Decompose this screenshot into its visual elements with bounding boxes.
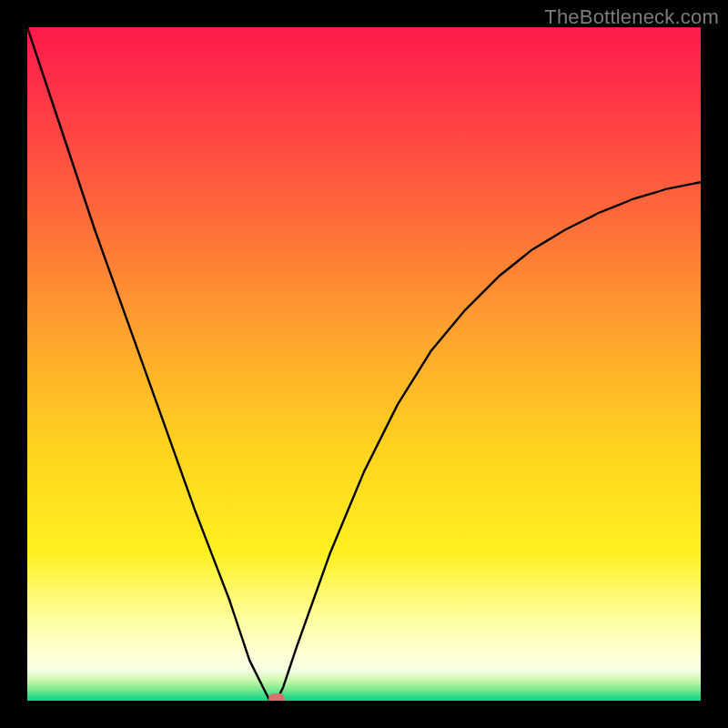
plot-area (27, 27, 701, 701)
chart-svg (27, 27, 701, 701)
chart-frame: TheBottleneck.com (0, 0, 728, 728)
gradient-background (27, 27, 701, 701)
optimum-marker (268, 693, 285, 701)
watermark-text: TheBottleneck.com (544, 5, 719, 29)
